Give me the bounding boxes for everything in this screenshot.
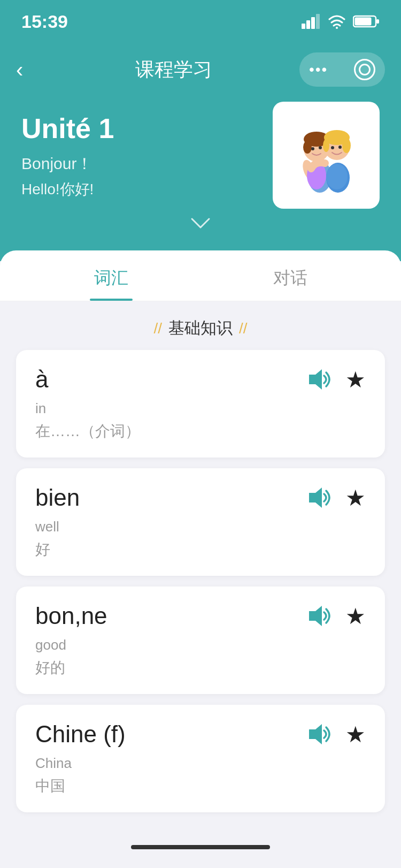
svg-rect-6 — [376, 19, 379, 24]
nav-title: 课程学习 — [48, 57, 299, 83]
record-inner-icon — [359, 64, 371, 75]
sound-button[interactable] — [305, 604, 335, 628]
header-section: Unité 1 Bonjour！ Hello!你好! — [0, 96, 401, 261]
vocab-actions: ★ — [305, 721, 366, 748]
svg-point-21 — [323, 139, 329, 152]
vocab-actions: ★ — [305, 603, 366, 629]
svg-point-20 — [342, 138, 351, 153]
vocab-list: à ★ in 在……（介词） bien — [0, 350, 401, 834]
vocab-word: Chine (f) — [35, 721, 126, 748]
bookmark-button[interactable]: ★ — [345, 485, 366, 511]
tabs-container: 词汇 对话 — [0, 250, 401, 301]
vocab-card-bonne: bon,ne ★ good 好的 — [16, 587, 385, 694]
vocab-card-chine: Chine (f) ★ China 中国 — [16, 705, 385, 812]
vocab-card-bien: bien ★ well 好 — [16, 468, 385, 576]
status-time: 15:39 — [21, 11, 68, 32]
home-indicator — [0, 834, 401, 861]
vocab-card-top: bon,ne ★ — [35, 603, 366, 629]
vocab-card-top: bien ★ — [35, 484, 366, 511]
section-mark-left: // — [153, 320, 162, 337]
illustration-svg — [278, 107, 374, 203]
battery-icon — [353, 14, 380, 29]
vocab-english: China — [35, 755, 366, 772]
status-bar: 15:39 — [0, 0, 401, 43]
sound-button[interactable] — [305, 722, 335, 747]
svg-point-22 — [331, 146, 334, 149]
svg-point-23 — [338, 146, 342, 149]
section-header: // 基础知识 // — [0, 301, 401, 350]
vocab-chinese: 中国 — [35, 776, 366, 796]
record-button[interactable] — [354, 59, 375, 80]
nav-bar: ‹ 课程学习 ••• — [0, 43, 401, 96]
svg-rect-2 — [311, 17, 315, 29]
section-title: 基础知识 — [168, 317, 233, 339]
tab-vocabulary[interactable]: 词汇 — [21, 250, 200, 301]
signal-icon — [302, 14, 321, 29]
svg-point-12 — [303, 141, 312, 154]
bookmark-button[interactable]: ★ — [345, 603, 366, 629]
vocab-word: bon,ne — [35, 603, 107, 629]
bookmark-button[interactable]: ★ — [345, 721, 366, 748]
status-icons — [302, 14, 380, 29]
svg-marker-27 — [309, 606, 322, 626]
vocab-actions: ★ — [305, 485, 366, 511]
svg-point-4 — [336, 27, 338, 29]
svg-marker-28 — [309, 724, 322, 744]
vocab-word: bien — [35, 484, 80, 511]
content-area: // 基础知识 // à ★ in 在 — [0, 301, 401, 834]
nav-toggle[interactable]: ••• — [299, 52, 385, 87]
svg-rect-0 — [302, 24, 305, 29]
vocab-english: in — [35, 400, 366, 417]
svg-marker-25 — [309, 369, 322, 390]
sound-button[interactable] — [305, 367, 335, 392]
svg-point-13 — [311, 147, 314, 150]
vocab-actions: ★ — [305, 367, 366, 393]
svg-rect-7 — [355, 18, 372, 26]
back-button[interactable]: ‹ — [16, 58, 48, 82]
chevron-down-icon[interactable] — [21, 210, 380, 234]
svg-point-14 — [319, 146, 322, 149]
vocab-chinese: 好 — [35, 539, 366, 560]
svg-point-24 — [326, 164, 348, 189]
vocab-card-top: à ★ — [35, 366, 366, 393]
svg-marker-26 — [309, 488, 322, 508]
vocab-english: well — [35, 519, 366, 535]
svg-rect-3 — [316, 14, 320, 29]
vocab-word: à — [35, 366, 48, 393]
vocab-card-top: Chine (f) ★ — [35, 721, 366, 748]
bookmark-button[interactable]: ★ — [345, 367, 366, 393]
vocab-chinese: 好的 — [35, 658, 366, 678]
vocab-english: good — [35, 637, 366, 653]
unit-illustration — [273, 102, 380, 209]
vocab-chinese: 在……（介词） — [35, 421, 366, 441]
tab-dialogue[interactable]: 对话 — [200, 250, 380, 301]
section-mark-right: // — [239, 320, 248, 337]
tabs-row: 词汇 对话 — [0, 250, 401, 301]
vocab-card-a: à ★ in 在……（介词） — [16, 350, 385, 458]
home-bar — [131, 845, 270, 849]
sound-button[interactable] — [305, 485, 335, 510]
more-options-icon: ••• — [309, 61, 328, 78]
svg-rect-1 — [306, 20, 310, 29]
wifi-icon — [327, 14, 346, 29]
